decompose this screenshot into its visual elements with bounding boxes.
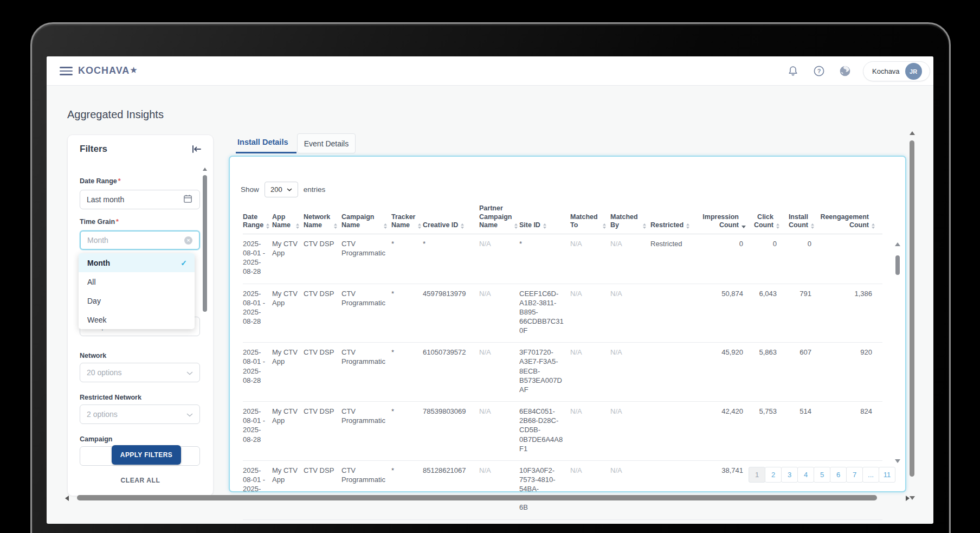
scroll-right-icon[interactable] [906,496,910,501]
cell-matched_to: N/A [570,343,610,401]
cell-reengagement_count [818,234,879,284]
cell-campaign_name: CTV Programmatic [341,343,391,401]
cell-matched_by: N/A [610,402,650,460]
page-button-4[interactable]: 4 [797,467,814,483]
cell-impression_count: 50,874 [698,284,750,343]
column-header-date_range[interactable]: Date Range [243,204,272,230]
column-header-restricted[interactable]: Restricted [650,204,698,230]
time-grain-value: Month [87,236,184,245]
table-row: 2025-08-01 - 2025-08-28My CTV AppCTV DSP… [243,343,882,402]
page-button-5[interactable]: 5 [814,467,830,483]
sort-icon [266,223,269,229]
filters-title: Filters [80,144,107,155]
scroll-up-icon[interactable] [895,242,900,246]
column-header-site_id[interactable]: Site ID [519,204,570,230]
scroll-left-icon[interactable] [65,496,69,501]
bell-icon[interactable] [787,65,799,77]
column-header-network_name[interactable]: Network Name [304,204,341,230]
column-header-matched_by[interactable]: Matched By [610,204,650,230]
cell-network_name: CTV DSP [304,461,341,519]
page-button-1[interactable]: 1 [749,467,765,483]
clear-field-icon[interactable]: ✕ [184,236,192,245]
page-size-select[interactable]: 200 [265,182,298,197]
column-header-app_name[interactable]: App Name [272,204,304,230]
collapse-panel-icon[interactable] [191,145,202,156]
cell-click_count: 5,753 [750,402,784,460]
chevron-down-icon [287,188,292,191]
cell-restricted: Restricted [650,234,698,284]
filters-scrollbar-thumb[interactable] [203,175,207,312]
table-scrollbar-thumb[interactable] [895,255,900,275]
cell-restricted [650,343,698,401]
cell-reengagement_count: 1,386 [818,284,879,343]
scroll-down-icon[interactable] [895,459,900,463]
dropdown-option-month[interactable]: Month✓ [79,253,195,272]
restricted-network-select[interactable]: 2 options [80,404,200,424]
cell-app_name: My CTV App [272,402,304,460]
filters-panel: Filters Date Range* Last month Time Grai… [67,134,214,496]
column-header-tracker_name[interactable]: Tracker Name [391,204,423,230]
network-value: 20 options [87,368,186,377]
cell-creative_id: 61050739572 [423,343,479,401]
cell-partner_campaign_name: N/A [479,284,519,343]
column-header-partner_campaign_name[interactable]: Partner Campaign Name [479,204,519,230]
cell-app_name: My CTV App [272,284,304,343]
dropdown-option-week[interactable]: Week [79,310,195,329]
date-range-label: Date Range* [80,177,121,185]
cell-impression_count: 42,420 [698,402,750,460]
page-hscroll-thumb[interactable] [77,495,877,500]
account-menu[interactable]: Kochava JR [863,61,930,81]
cell-matched_to: N/A [570,461,610,519]
column-header-creative_id[interactable]: Creative ID [423,204,479,230]
cell-matched_to: N/A [570,234,610,284]
column-header-impression_count[interactable]: Impression Count [698,204,750,230]
cell-partner_campaign_name: N/A [479,402,519,460]
column-header-campaign_name[interactable]: Campaign Name [341,204,391,230]
apply-filters-button[interactable]: APPLY FILTERS [112,445,181,465]
dropdown-option-day[interactable]: Day [79,291,195,310]
scroll-up-icon[interactable] [203,168,207,171]
tab-event-details[interactable]: Event Details [297,133,356,153]
column-header-matched_to[interactable]: Matched To [570,204,610,230]
page-button-7[interactable]: 7 [846,467,863,483]
globe-icon[interactable] [839,65,851,77]
avatar: JR [905,63,922,80]
page-title: Aggregated Insights [67,108,164,121]
menu-icon[interactable] [60,67,73,76]
table-scrollbar [895,242,900,463]
page-button-11[interactable]: 11 [879,467,895,483]
page-button-...[interactable]: ... [862,467,879,483]
page-vscroll-thumb[interactable] [910,140,914,477]
cell-site_id: 3F701720-A3E7-F3A5-8ECB-B573EA007DAF [519,343,570,401]
page-button-2[interactable]: 2 [765,467,782,483]
scroll-up-icon[interactable] [910,131,915,135]
cell-matched_by: N/A [610,284,650,343]
time-grain-input[interactable]: Month ✕ [80,230,200,250]
campaign-label: Campaign [80,435,112,443]
sort-icon [543,223,546,229]
date-range-input[interactable]: Last month [80,190,200,209]
entries-control: Show 200 entries [241,182,325,197]
cell-campaign_name: CTV Programmatic [341,234,391,284]
cell-app_name: My CTV App [272,343,304,401]
column-header-reengagement_count[interactable]: Reengagement Count [818,204,879,230]
help-icon[interactable]: ? [813,65,825,77]
clear-all-button[interactable]: CLEAR ALL [68,477,213,484]
scroll-down-icon[interactable] [910,496,915,500]
dropdown-option-all[interactable]: All [79,272,195,291]
cell-restricted [650,284,698,343]
cell-impression_count: 0 [698,234,750,284]
cell-reengagement_count: 824 [818,402,879,460]
network-select[interactable]: 20 options [80,363,200,382]
cell-partner_campaign_name: N/A [479,343,519,401]
tab-install-details[interactable]: Install Details [237,138,288,146]
sort-descending-icon [742,226,746,228]
column-header-install_count[interactable]: Install Count [784,204,818,230]
chevron-down-icon [186,368,193,377]
page-button-6[interactable]: 6 [830,467,847,483]
brand-logo[interactable]: KOCHAVA★ [78,65,138,76]
cell-matched_by: N/A [610,234,650,284]
column-header-click_count[interactable]: Click Count [750,204,784,230]
table-row: 2025-08-01 - 2025-08-28My CTV AppCTV DSP… [243,234,882,284]
page-button-3[interactable]: 3 [781,467,798,483]
